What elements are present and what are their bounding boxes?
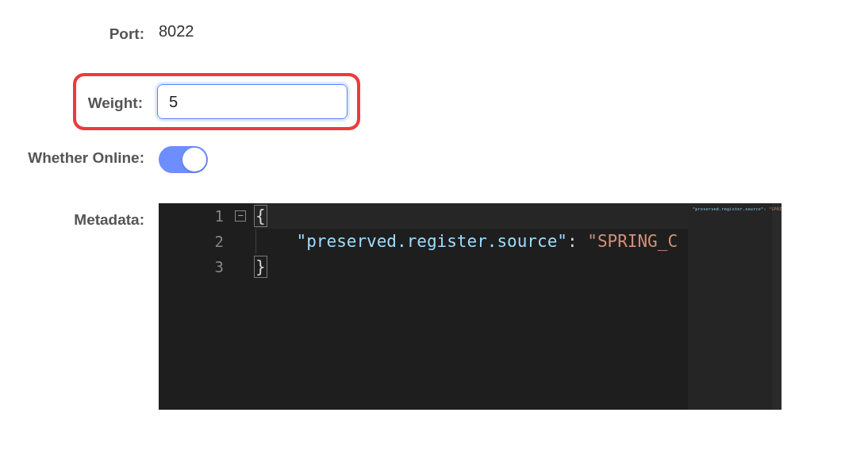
weight-highlight-box: Weight: xyxy=(73,73,360,130)
minimap-line: "preserved.register.source": "SPRING_ xyxy=(693,206,782,211)
metadata-editor[interactable]: 1 2 3 − { "preserved.register.source": "… xyxy=(159,203,782,410)
online-row: Whether Online: xyxy=(0,146,868,173)
line-number: 1 xyxy=(159,203,224,229)
editor-minimap[interactable]: "preserved.register.source": "SPRING_ xyxy=(688,203,782,410)
editor-scrollbar[interactable] xyxy=(772,203,782,410)
toggle-knob xyxy=(182,148,206,172)
port-value: 8022 xyxy=(159,22,194,40)
weight-label: Weight: xyxy=(86,91,157,112)
port-row: Port: 8022 xyxy=(0,22,868,43)
online-toggle[interactable] xyxy=(159,146,208,173)
line-number: 3 xyxy=(159,254,224,279)
metadata-row: Metadata: 1 2 3 − { "preserved.register.… xyxy=(0,203,868,410)
metadata-label: Metadata: xyxy=(0,203,159,229)
weight-input[interactable] xyxy=(157,84,348,119)
port-label: Port: xyxy=(0,22,159,43)
editor-fold-gutter: − xyxy=(232,203,252,410)
json-string: "SPRING_C xyxy=(587,232,678,251)
line-number: 2 xyxy=(159,229,224,254)
online-label: Whether Online: xyxy=(0,146,159,167)
json-key: "preserved.register.source" xyxy=(297,232,567,251)
weight-row: Weight: xyxy=(0,73,868,130)
brace-close: } xyxy=(255,254,266,279)
fold-collapse-icon[interactable]: − xyxy=(235,210,246,222)
json-colon: : xyxy=(567,232,578,251)
brace-open: { xyxy=(255,203,266,229)
editor-gutter: 1 2 3 xyxy=(159,203,232,410)
